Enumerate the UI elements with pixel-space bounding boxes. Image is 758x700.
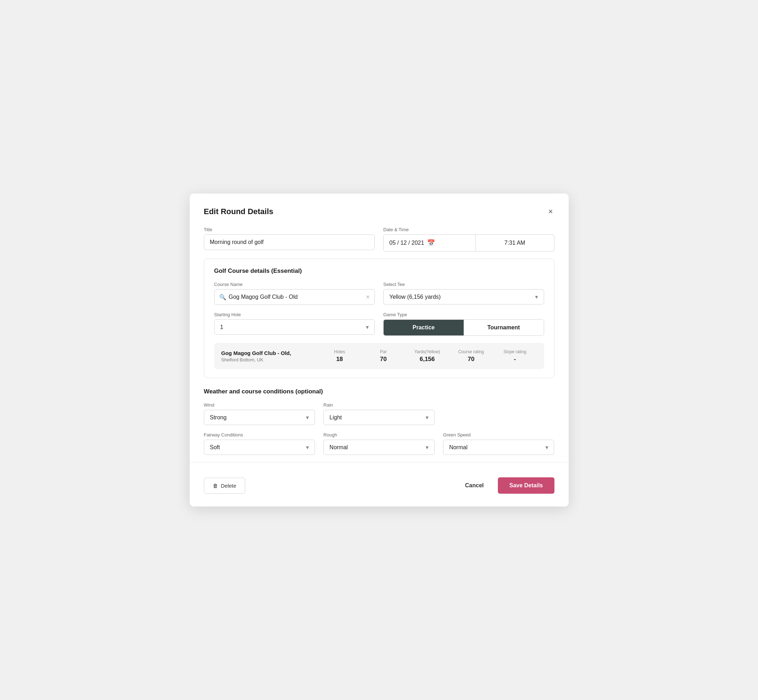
date-time-group: Date & Time 05 / 12 / 2021 📅 7:31 AM xyxy=(383,227,554,252)
yards-label: Yards(Yellow) xyxy=(405,349,449,354)
modal-container: Edit Round Details × Title Date & Time 0… xyxy=(190,194,568,506)
wind-rain-row: Wind NoneLightModerateStrongVery Strong … xyxy=(204,402,554,425)
rough-wrapper: ShortNormalLongVery Long ▼ xyxy=(324,440,434,455)
fairway-rough-green-row: Fairway Conditions SoftNormalHardWet ▼ R… xyxy=(204,432,554,455)
golf-section-title: Golf Course details (Essential) xyxy=(214,267,544,275)
fairway-wrapper: SoftNormalHardWet ▼ xyxy=(204,440,315,455)
game-type-group: Game Type Practice Tournament xyxy=(383,312,544,336)
starting-hole-wrapper: 123 4510 ▼ xyxy=(214,319,375,335)
starting-hole-dropdown[interactable]: 123 4510 xyxy=(214,319,375,335)
fairway-group: Fairway Conditions SoftNormalHardWet ▼ xyxy=(204,432,315,455)
rain-wrapper: NoneLightModerateHeavy ▼ xyxy=(324,410,434,425)
wind-label: Wind xyxy=(204,402,315,408)
course-tee-row: Course Name 🔍 × Select Tee Yellow (6,156… xyxy=(214,282,544,305)
weather-section-title: Weather and course conditions (optional) xyxy=(204,388,554,395)
course-rating-value: 70 xyxy=(449,356,493,363)
holes-stat: Holes 18 xyxy=(318,349,362,363)
clear-icon[interactable]: × xyxy=(366,294,370,301)
slope-rating-value: - xyxy=(493,356,537,363)
golf-course-section: Golf Course details (Essential) Course N… xyxy=(204,259,554,378)
green-speed-wrapper: SlowNormalFastVery Fast ▼ xyxy=(443,440,554,455)
starting-hole-label: Starting Hole xyxy=(214,312,375,317)
title-input[interactable] xyxy=(204,234,375,250)
select-tee-dropdown[interactable]: Yellow (6,156 yards) White (6,400 yards)… xyxy=(383,289,544,305)
select-tee-wrapper: Yellow (6,156 yards) White (6,400 yards)… xyxy=(383,289,544,305)
select-tee-label: Select Tee xyxy=(383,282,544,287)
course-location: Shelford Bottom, UK xyxy=(221,357,318,362)
starting-hole-group: Starting Hole 123 4510 ▼ xyxy=(214,312,375,336)
course-info-box: Gog Magog Golf Club - Old, Shelford Bott… xyxy=(214,343,544,369)
time-value: 7:31 AM xyxy=(504,240,525,246)
footer-divider xyxy=(190,462,568,462)
slope-rating-label: Slope rating xyxy=(493,349,537,354)
game-type-toggle: Practice Tournament xyxy=(383,319,544,336)
fairway-dropdown[interactable]: SoftNormalHardWet xyxy=(204,440,315,455)
wind-wrapper: NoneLightModerateStrongVery Strong ▼ xyxy=(204,410,315,425)
course-info-name: Gog Magog Golf Club - Old, Shelford Bott… xyxy=(221,350,318,362)
green-speed-dropdown[interactable]: SlowNormalFastVery Fast xyxy=(443,440,554,455)
title-datetime-row: Title Date & Time 05 / 12 / 2021 📅 7:31 … xyxy=(204,227,554,252)
practice-button[interactable]: Practice xyxy=(384,320,464,336)
rain-dropdown[interactable]: NoneLightModerateHeavy xyxy=(324,410,434,425)
yards-value: 6,156 xyxy=(405,356,449,363)
course-name-group: Course Name 🔍 × xyxy=(214,282,375,305)
rough-group: Rough ShortNormalLongVery Long ▼ xyxy=(324,432,434,455)
rough-label: Rough xyxy=(324,432,434,438)
save-button[interactable]: Save Details xyxy=(498,477,554,494)
date-time-row: 05 / 12 / 2021 📅 7:31 AM xyxy=(383,234,554,252)
date-field[interactable]: 05 / 12 / 2021 📅 xyxy=(384,235,476,251)
fairway-label: Fairway Conditions xyxy=(204,432,315,438)
course-name-input[interactable] xyxy=(214,289,375,305)
yards-stat: Yards(Yellow) 6,156 xyxy=(405,349,449,363)
holes-label: Holes xyxy=(318,349,362,354)
footer-row: 🗑 Delete Cancel Save Details xyxy=(204,471,554,494)
course-rating-label: Course rating xyxy=(449,349,493,354)
modal-header: Edit Round Details × xyxy=(204,206,554,217)
course-name-display: Gog Magog Golf Club - Old, xyxy=(221,350,318,356)
time-field[interactable]: 7:31 AM xyxy=(476,235,554,251)
course-rating-stat: Course rating 70 xyxy=(449,349,493,363)
green-speed-group: Green Speed SlowNormalFastVery Fast ▼ xyxy=(443,432,554,455)
wind-group: Wind NoneLightModerateStrongVery Strong … xyxy=(204,402,315,425)
par-label: Par xyxy=(362,349,405,354)
rough-dropdown[interactable]: ShortNormalLongVery Long xyxy=(324,440,434,455)
date-value: 05 / 12 / 2021 xyxy=(389,240,424,246)
weather-section: Weather and course conditions (optional)… xyxy=(204,388,554,455)
delete-label: Delete xyxy=(221,483,236,489)
date-time-label: Date & Time xyxy=(383,227,554,232)
trash-icon: 🗑 xyxy=(213,483,218,489)
modal-title: Edit Round Details xyxy=(204,207,274,216)
cancel-button[interactable]: Cancel xyxy=(459,478,489,493)
game-type-label: Game Type xyxy=(383,312,544,317)
green-speed-label: Green Speed xyxy=(443,432,554,438)
rain-label: Rain xyxy=(324,402,434,408)
select-tee-group: Select Tee Yellow (6,156 yards) White (6… xyxy=(383,282,544,305)
par-stat: Par 70 xyxy=(362,349,405,363)
course-search-wrapper: 🔍 × xyxy=(214,289,375,305)
rain-group: Rain NoneLightModerateHeavy ▼ xyxy=(324,402,434,425)
close-button[interactable]: × xyxy=(547,206,554,217)
holes-value: 18 xyxy=(318,356,362,363)
wind-dropdown[interactable]: NoneLightModerateStrongVery Strong xyxy=(204,410,315,425)
hole-gametype-row: Starting Hole 123 4510 ▼ Game Type Pract… xyxy=(214,312,544,336)
title-label: Title xyxy=(204,227,375,232)
par-value: 70 xyxy=(362,356,405,363)
delete-button[interactable]: 🗑 Delete xyxy=(204,478,245,494)
tournament-button[interactable]: Tournament xyxy=(464,320,544,336)
title-group: Title xyxy=(204,227,375,252)
footer-right: Cancel Save Details xyxy=(459,477,554,494)
course-name-label: Course Name xyxy=(214,282,375,287)
slope-rating-stat: Slope rating - xyxy=(493,349,537,363)
calendar-icon: 📅 xyxy=(427,239,435,247)
